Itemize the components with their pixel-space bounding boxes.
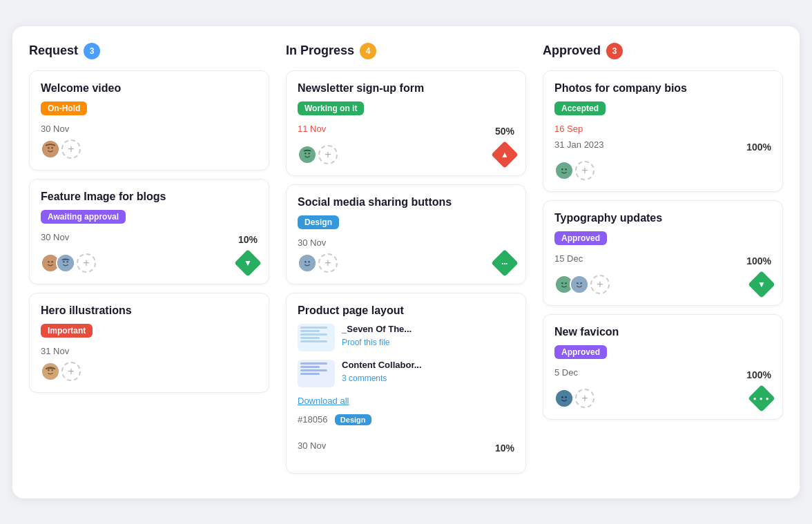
svg-point-23: [565, 282, 567, 284]
file-info: _Seven Of The... Proof this file: [342, 324, 514, 348]
card-title: New favicon: [554, 326, 771, 338]
card-id: #18056: [298, 414, 327, 425]
avatar: [570, 275, 589, 294]
column-request-header: Request 3: [29, 43, 269, 59]
proof-file-link[interactable]: Proof this file: [342, 338, 389, 347]
svg-point-9: [42, 363, 59, 380]
card-bottom: + ● ● ●: [554, 389, 771, 408]
svg-point-15: [299, 255, 316, 271]
avatar: [56, 253, 75, 273]
card-title: Newsletter sign-up form: [298, 82, 514, 95]
card-percent: 50%: [495, 126, 514, 137]
card-feature-image: Feature Image for blogs Awaiting approva…: [29, 179, 269, 284]
date-row: 5 Dec 100%: [554, 367, 771, 383]
card-bottom: + ▲: [298, 145, 514, 164]
svg-point-10: [48, 369, 50, 371]
status-icon-diamond[interactable]: ● ● ●: [748, 385, 775, 412]
status-icon-diamond[interactable]: ▼: [748, 271, 775, 298]
card-welcome-video: Welcome video On-Hold 30 Nov +: [29, 70, 269, 171]
avatars: +: [41, 253, 96, 273]
file-name: Content Collabor...: [342, 360, 514, 370]
avatar: [298, 253, 317, 273]
column-approved-header: Approved 3: [543, 43, 783, 59]
svg-point-20: [565, 168, 567, 171]
avatars: +: [554, 389, 594, 408]
card-bottom: +: [41, 139, 258, 159]
card-date: 30 Nov: [298, 440, 326, 451]
card-hero-illustrations: Hero illustrations Important 31 Nov +: [29, 293, 269, 393]
svg-point-24: [571, 276, 588, 293]
status-icon-diamond[interactable]: •••: [491, 249, 519, 277]
column-request-badge: 3: [84, 43, 100, 59]
add-avatar-button[interactable]: +: [318, 145, 338, 164]
card-typography: Typography updates Approved 15 Dec 100%: [543, 200, 783, 306]
add-avatar-button[interactable]: +: [318, 253, 338, 273]
file-thumbnail: [298, 324, 335, 351]
kanban-board: Request 3 Welcome video On-Hold 30 Nov: [12, 26, 800, 498]
card-date: 31 Nov: [41, 346, 258, 356]
card-bottom: +: [554, 161, 771, 180]
avatar: [554, 389, 574, 408]
card-date: 5 Dec: [554, 367, 578, 378]
add-avatar-button[interactable]: +: [61, 139, 81, 159]
tag-design: Design: [298, 215, 339, 229]
file-item: Content Collabor... 3 comments: [298, 360, 514, 387]
card-bottom: +: [41, 362, 258, 381]
avatars: +: [41, 139, 81, 159]
card-title: Welcome video: [41, 82, 258, 95]
svg-point-1: [48, 147, 50, 149]
card-title: Social media sharing buttons: [298, 196, 514, 208]
column-request-title: Request: [29, 43, 78, 58]
tag-approved: Approved: [554, 231, 607, 245]
card-bottom: + •••: [298, 253, 514, 273]
card-percent: 100%: [746, 369, 771, 380]
card-percent: 100%: [746, 142, 771, 153]
card-title: Photos for company bios: [554, 82, 771, 95]
column-in-progress: In Progress 4 Newsletter sign-up form Wo…: [286, 43, 526, 482]
card-percent: 100%: [746, 255, 771, 266]
add-avatar-button[interactable]: +: [575, 389, 594, 408]
svg-point-8: [66, 261, 68, 263]
date-row: 30 Nov 10%: [298, 440, 514, 456]
svg-point-12: [299, 146, 316, 163]
svg-point-29: [565, 396, 567, 398]
svg-point-5: [51, 261, 53, 263]
add-avatar-button[interactable]: +: [590, 275, 610, 294]
tag-important: Important: [41, 324, 93, 338]
svg-point-13: [304, 153, 307, 155]
chevron-down-icon: ▼: [757, 279, 766, 289]
file-info: Content Collabor... 3 comments: [342, 360, 514, 384]
status-icon-diamond[interactable]: ▼: [234, 249, 262, 277]
date-row: 31 Jan 2023 100%: [554, 139, 771, 155]
add-avatar-button[interactable]: +: [77, 253, 96, 273]
download-all-link[interactable]: Download all: [298, 396, 514, 406]
column-approved: Approved 3 Photos for company bios Accep…: [543, 43, 783, 482]
svg-point-2: [51, 147, 53, 149]
card-photos-bios: Photos for company bios Accepted 16 Sep …: [543, 70, 783, 192]
svg-point-27: [556, 390, 572, 407]
card-date-red: 16 Sep: [554, 124, 771, 134]
add-avatar-button[interactable]: +: [575, 161, 594, 180]
card-bottom: + ▼: [41, 253, 258, 273]
avatar: [298, 145, 317, 164]
card-title: Feature Image for blogs: [41, 191, 258, 203]
add-avatar-button[interactable]: +: [61, 362, 81, 381]
file-name: _Seven Of The...: [342, 324, 514, 334]
svg-point-28: [561, 396, 563, 398]
file-item: _Seven Of The... Proof this file: [298, 324, 514, 351]
svg-point-6: [57, 255, 74, 271]
status-icon-diamond[interactable]: ▲: [491, 141, 519, 168]
svg-point-4: [48, 261, 50, 263]
comments-link[interactable]: 3 comments: [342, 373, 387, 383]
column-in-progress-title: In Progress: [286, 43, 354, 58]
card-product-page: Product page layout _Seven Of The... Pro…: [286, 293, 526, 474]
card-id-row: #18056 Design: [298, 413, 514, 434]
card-title: Hero illustrations: [41, 304, 258, 317]
svg-point-7: [63, 261, 65, 263]
svg-point-26: [580, 282, 582, 284]
file-thumbnail: [298, 360, 335, 387]
tag-working: Working on it: [298, 101, 364, 115]
card-social-media: Social media sharing buttons Design 30 N…: [286, 184, 526, 284]
date-row: 30 Nov 10%: [41, 232, 258, 248]
avatar: [554, 161, 574, 180]
